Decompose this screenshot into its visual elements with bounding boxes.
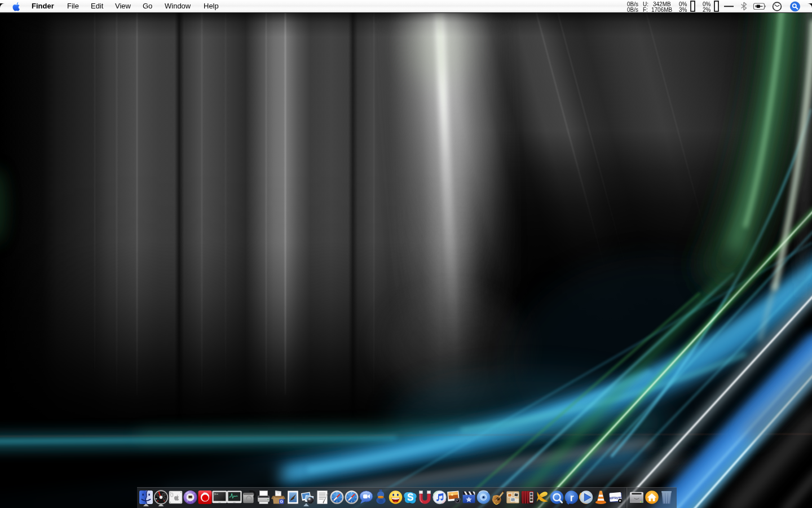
svg-text:G: G [280,500,283,504]
svg-text:S: S [407,492,414,503]
svg-text:r: r [570,492,574,503]
